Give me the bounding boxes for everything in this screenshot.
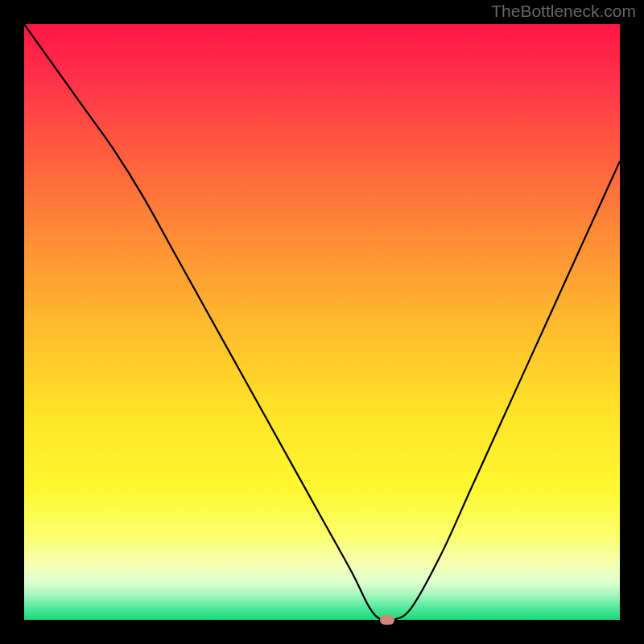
bottleneck-curve	[24, 24, 620, 620]
watermark-text: TheBottleneck.com	[491, 2, 636, 21]
plot-area	[24, 24, 620, 620]
optimal-point-marker	[380, 615, 394, 625]
chart-container: TheBottleneck.com	[0, 0, 644, 644]
